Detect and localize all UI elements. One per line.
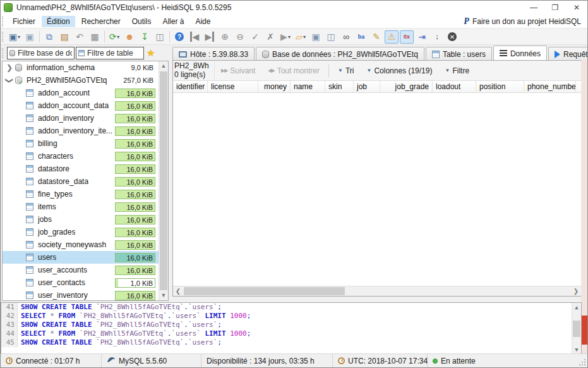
copy-button[interactable]: ⧉	[42, 30, 56, 44]
menu-item-dition[interactable]: Édition	[42, 16, 75, 27]
database-filter-input[interactable]	[18, 49, 72, 58]
tree-item-job_grades[interactable]: job_grades16,0 KiB	[3, 226, 168, 238]
tree-item-society_moneywash[interactable]: society_moneywash16,0 KiB	[3, 238, 168, 251]
filterbar-grip[interactable]	[2, 48, 5, 58]
session-manager-button[interactable]: ▣▾	[8, 30, 21, 44]
tree-item-fine_types[interactable]: fine_types16,0 KiB	[3, 188, 168, 200]
sql-scroll-up-icon[interactable]: ▲	[572, 303, 581, 312]
column-header-phone_number[interactable]: phone_number	[524, 81, 576, 92]
post-changes-button[interactable]: ✓	[248, 30, 262, 44]
grid-scroll-left-icon[interactable]: ❮	[173, 286, 183, 296]
tree-scroll-down-icon[interactable]: ▼	[159, 291, 168, 300]
column-header-loadout[interactable]: loadout	[433, 81, 476, 92]
tree-item-information_schema[interactable]: ❯information_schema9,0 KiB	[3, 61, 168, 74]
column-header-name[interactable]: name	[291, 81, 325, 92]
sql-scroll-thumb[interactable]	[573, 321, 580, 337]
save-database-button[interactable]: ◫	[153, 30, 167, 44]
tab-query[interactable]: Requête	[548, 47, 588, 61]
toolbar-grip[interactable]	[2, 32, 5, 42]
tree-item-user_contacts[interactable]: user_contacts1,0 KiB	[3, 276, 168, 289]
tree-item-users[interactable]: users16,0 KiB	[3, 251, 168, 264]
tree-item-items[interactable]: items16,0 KiB	[3, 200, 168, 213]
menu-item-aide[interactable]: Aide	[190, 16, 215, 27]
save-sql-button[interactable]: ▣	[309, 30, 323, 44]
donate-link[interactable]: P Faire un don au projet HeidiSQL	[464, 16, 587, 27]
tree-item-addon_inventory_ite[interactable]: addon_inventory_ite...16,0 KiB	[3, 125, 168, 137]
menu-item-rechercher[interactable]: Rechercher	[76, 16, 126, 27]
chevron-right-icon[interactable]: ❯	[6, 64, 13, 71]
disconnect-button[interactable]: ▣	[23, 30, 37, 44]
dropdown-arrow-icon[interactable]: ▾	[288, 34, 291, 40]
close-button[interactable]: ✕	[566, 1, 587, 15]
grid-horizontal-scrollbar[interactable]: ❮ ❯	[173, 286, 581, 296]
chevron-down-icon[interactable]: ❯	[6, 78, 13, 84]
go-first-button[interactable]: ◀	[188, 30, 201, 44]
tree-scroll-up-icon[interactable]: ▲	[159, 61, 168, 71]
dropdown-arrow-icon[interactable]: ▾	[303, 34, 306, 40]
tree-item-jobs[interactable]: jobs16,0 KiB	[3, 213, 168, 226]
sorting-button[interactable]: ▼Tri	[338, 66, 354, 75]
menu-item-fichier[interactable]: Fichier	[8, 16, 40, 27]
tab-data[interactable]: Données	[493, 46, 547, 61]
column-header-position[interactable]: position	[476, 81, 524, 92]
dropdown-arrow-icon[interactable]: ▾	[117, 34, 119, 40]
delimiter-button[interactable]: ;	[430, 30, 444, 44]
delete-row-button[interactable]: ⊖	[233, 30, 247, 44]
tab-host[interactable]: Hôte : 5.39.88.33	[172, 47, 255, 61]
tree-item-datastore[interactable]: datastore16,0 KiB	[3, 163, 168, 175]
menu-item-aller[interactable]: Aller à	[157, 16, 189, 27]
table-filter-input[interactable]	[87, 49, 141, 58]
stop-process-button[interactable]: ✕	[445, 30, 459, 44]
print-button[interactable]: ▦	[88, 30, 102, 44]
column-header-job[interactable]: job	[354, 81, 380, 92]
tree-item-PH2_8Whll5fAGoTVEtq[interactable]: ❯PH2_8Whll5fAGoTVEtq257,0 KiB	[3, 74, 168, 87]
warn-on-errors-button[interactable]: ⚠	[385, 30, 399, 44]
table-filter[interactable]	[76, 47, 144, 59]
binary-as-hex-button[interactable]: 0x	[400, 30, 414, 44]
tree-scrollbar[interactable]: ▲ ▼	[159, 61, 168, 300]
show-all-rows-button[interactable]: ◀▶Tout montrer	[268, 66, 320, 75]
sql-log-scrollbar[interactable]: ▲ ▼	[572, 303, 581, 354]
tab-table[interactable]: Table : users	[426, 47, 492, 61]
refresh-button[interactable]: ⟳▾	[107, 30, 121, 44]
favorites-star-icon[interactable]: ★	[147, 47, 155, 59]
tree-item-billing[interactable]: billing16,0 KiB	[3, 137, 168, 150]
column-header-money[interactable]: money	[258, 81, 291, 92]
discard-changes-button[interactable]: ✗	[263, 30, 277, 44]
replace-text-button[interactable]: ba	[354, 30, 368, 44]
column-header-license[interactable]: license	[208, 81, 258, 92]
save-sql-as-button[interactable]: ◫	[324, 30, 338, 44]
insert-row-button[interactable]: ⊕	[218, 30, 232, 44]
database-filter[interactable]	[7, 47, 75, 59]
filter-button[interactable]: ▼Filtre	[445, 66, 469, 75]
run-query-button[interactable]: ▶▾	[279, 30, 292, 44]
grid-body[interactable]	[173, 93, 581, 285]
menu-item-outils[interactable]: Outils	[127, 16, 157, 27]
tree-item-user_accounts[interactable]: user_accounts16,0 KiB	[3, 264, 168, 276]
grid-scroll-thumb[interactable]	[184, 287, 345, 295]
tree-item-addon_account_data[interactable]: addon_account_data16,0 KiB	[3, 99, 168, 112]
tab-database[interactable]: Base de données : PH2_8Whll5fAGoTVEtq	[256, 47, 424, 61]
paste-button[interactable]: ▤	[57, 30, 71, 44]
column-header-identifier[interactable]: identifier	[173, 81, 208, 92]
reformat-sql-button[interactable]: ✎	[369, 30, 383, 44]
columns-button[interactable]: ▼Colonnes (19/19)	[366, 66, 432, 75]
tree-item-addon_account[interactable]: addon_account16,0 KiB	[3, 87, 168, 99]
undo-button[interactable]: ↶	[73, 30, 87, 44]
help-button[interactable]: ?	[172, 30, 186, 44]
sql-scroll-down-icon[interactable]: ▼	[572, 345, 581, 354]
maximize-button[interactable]: ❐	[544, 1, 566, 15]
next-rows-button[interactable]: ▶▶Suivant	[221, 66, 255, 75]
export-database-button[interactable]: ↧	[138, 30, 152, 44]
user-manager-button[interactable]: ☻	[123, 30, 136, 44]
find-text-button[interactable]: ∞	[339, 30, 353, 44]
column-header-skin[interactable]: skin	[325, 81, 354, 92]
sql-log-panel[interactable]: 41SHOW CREATE TABLE `PH2_8Whll5fAGoTVEtq…	[1, 302, 582, 355]
tree-item-characters[interactable]: characters16,0 KiB	[3, 150, 168, 163]
minimize-button[interactable]: —	[523, 1, 544, 15]
dropdown-arrow-icon[interactable]: ▾	[18, 34, 20, 40]
go-last-button[interactable]: ▶	[203, 30, 217, 44]
grid-scroll-right-icon[interactable]: ❯	[571, 286, 581, 296]
menubar-grip[interactable]	[2, 16, 5, 27]
load-sql-file-button[interactable]: ▱▾	[294, 30, 308, 44]
